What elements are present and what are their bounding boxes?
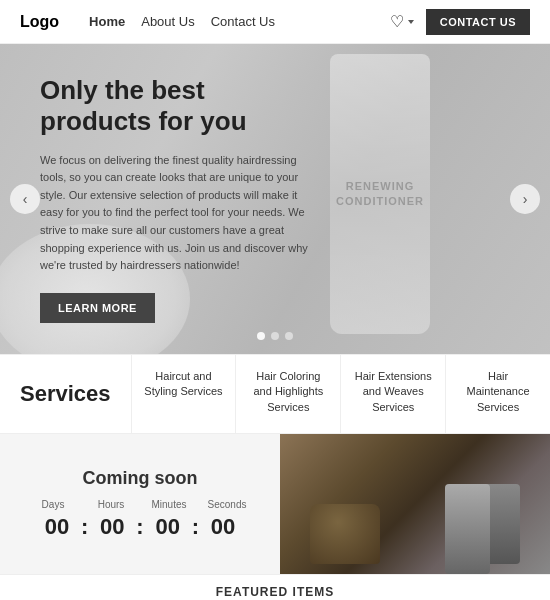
jar-decoration-3	[445, 484, 490, 574]
days-value: 00	[37, 514, 77, 540]
nav-about[interactable]: About Us	[141, 14, 194, 29]
minutes-value: 00	[148, 514, 188, 540]
coming-soon-title: Coming soon	[83, 468, 198, 489]
coming-soon-product-image	[280, 434, 550, 574]
hero-dot-3[interactable]	[285, 332, 293, 340]
navigation: Home About Us Contact Us	[89, 14, 390, 29]
jar-decoration-1	[310, 504, 380, 564]
logo: Logo	[20, 13, 59, 31]
hero-description: We focus on delivering the finest qualit…	[40, 152, 320, 275]
nav-contact[interactable]: Contact Us	[211, 14, 275, 29]
service-item-maintenance[interactable]: Hair Maintenance Services	[446, 355, 550, 433]
countdown: 00 : 00 : 00 : 00	[37, 514, 243, 540]
minutes-label: Minutes	[149, 499, 189, 510]
service-item-extensions[interactable]: Hair Extensions and Weaves Services	[341, 355, 446, 433]
services-label-block: Services	[0, 355, 131, 433]
hero-section: RENEWING CONDITIONER Only the best produ…	[0, 44, 550, 354]
sep-3: :	[192, 514, 199, 540]
learn-more-button[interactable]: LEARN MORE	[40, 293, 155, 323]
hours-label: Hours	[91, 499, 131, 510]
hero-prev-arrow[interactable]: ‹	[10, 184, 40, 214]
service-item-coloring[interactable]: Hair Coloring and Highlights Services	[236, 355, 341, 433]
hero-dot-2[interactable]	[271, 332, 279, 340]
wishlist-icon[interactable]: ♡	[390, 12, 416, 31]
svg-marker-0	[408, 20, 414, 24]
services-title: Services	[20, 381, 111, 407]
header-right: ♡ CONTACT US	[390, 9, 530, 35]
services-section: Services Haircut and Styling Services Ha…	[0, 354, 550, 434]
services-items: Haircut and Styling Services Hair Colori…	[131, 355, 550, 433]
service-item-haircut[interactable]: Haircut and Styling Services	[132, 355, 237, 433]
header: Logo Home About Us Contact Us ♡ CONTACT …	[0, 0, 550, 44]
hours-value: 00	[92, 514, 132, 540]
days-label: Days	[33, 499, 73, 510]
contact-button[interactable]: CONTACT US	[426, 9, 530, 35]
sep-2: :	[136, 514, 143, 540]
countdown-labels: Days Hours Minutes Seconds	[33, 499, 247, 510]
seconds-label: Seconds	[207, 499, 247, 510]
hero-title: Only the best products for you	[40, 75, 320, 137]
nav-home[interactable]: Home	[89, 14, 125, 29]
coming-soon-block: Coming soon Days Hours Minutes Seconds 0…	[0, 434, 280, 574]
featured-items-label: FEATURED ITEMS	[216, 585, 334, 599]
hero-dot-1[interactable]	[257, 332, 265, 340]
hero-content: Only the best products for you We focus …	[0, 45, 360, 353]
dropdown-arrow-icon	[406, 17, 416, 27]
sep-1: :	[81, 514, 88, 540]
featured-items-bar: FEATURED ITEMS	[0, 574, 550, 600]
hero-next-arrow[interactable]: ›	[510, 184, 540, 214]
seconds-value: 00	[203, 514, 243, 540]
bottom-section: Coming soon Days Hours Minutes Seconds 0…	[0, 434, 550, 574]
hero-dots	[257, 332, 293, 340]
